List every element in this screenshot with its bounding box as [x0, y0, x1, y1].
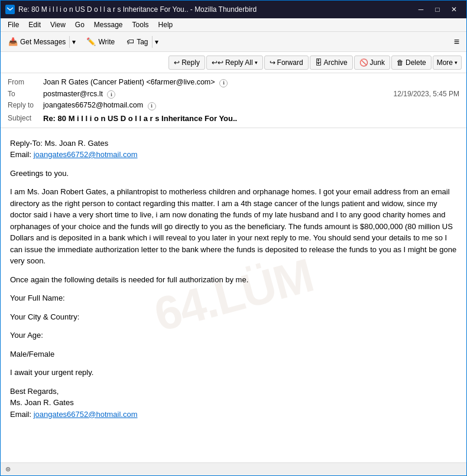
get-messages-dropdown[interactable]: 📥 Get Messages ▾ [4, 35, 79, 48]
forward-button[interactable]: ↪ Forward [264, 56, 309, 70]
subject-row: Subject Re: 80 M i l l i o n US D o l l … [8, 112, 459, 124]
write-icon: ✏️ [86, 37, 96, 46]
hamburger-button[interactable]: ≡ [450, 35, 463, 49]
main-window: Re: 80 M i l l i o n US D o l l a r s In… [0, 0, 467, 476]
delete-button[interactable]: 🗑 Delete [391, 56, 432, 70]
junk-icon: 🚫 [359, 58, 368, 67]
to-contact-icon[interactable]: ℹ [107, 90, 115, 99]
body-paragraph2: Once again the following details is need… [10, 274, 457, 286]
more-arrow: ▾ [455, 60, 458, 66]
get-messages-label: Get Messages [20, 38, 66, 46]
title-bar: Re: 80 M i l l i o n US D o l l a r s In… [1, 1, 466, 18]
tag-dropdown[interactable]: 🏷 Tag ▾ [122, 35, 161, 48]
forward-icon: ↪ [270, 58, 275, 67]
more-button[interactable]: More ▾ [433, 56, 462, 70]
from-address: Joan R Gates (Cancer Patient) <6farmer@l… [43, 78, 215, 86]
menu-file[interactable]: File [3, 19, 24, 30]
maximize-button[interactable]: □ [430, 4, 445, 15]
tag-icon: 🏷 [127, 37, 134, 46]
junk-button[interactable]: 🚫 Junk [354, 56, 390, 70]
subject-label: Subject [8, 114, 43, 122]
email-label: Email: [10, 150, 34, 159]
archive-button[interactable]: 🗄 Archive [310, 56, 353, 70]
archive-icon: 🗄 [315, 58, 322, 67]
reply-to-line: Reply-To: Ms. Joan R. Gates Email: joang… [10, 138, 457, 161]
full-name-field: Your Full Name: [10, 292, 457, 304]
signature-name: Ms. Joan R. Gates [10, 398, 74, 407]
reply-to-address: joangates66752@hotmail.com [43, 101, 143, 109]
from-row: From Joan R Gates (Cancer Patient) <6far… [8, 77, 459, 89]
from-value: Joan R Gates (Cancer Patient) <6farmer@l… [43, 78, 459, 87]
reply-all-icon: ↩↩ [212, 58, 223, 67]
greeting: Greetings to you. [10, 168, 457, 180]
status-icon: ⊛ [5, 465, 11, 473]
write-button[interactable]: ✏️ Write [81, 35, 120, 48]
tag-label: Tag [137, 38, 148, 46]
action-toolbar: ↩ Reply ↩↩ Reply All ▾ ↪ Forward 🗄 Archi… [1, 52, 466, 73]
email-content: Reply-To: Ms. Joan R. Gates Email: joang… [10, 138, 457, 420]
to-row: To postmaster@rcs.lt ℹ 12/19/2023, 5:45 … [8, 89, 459, 100]
write-label: Write [98, 38, 115, 46]
reply-label: Reply [181, 58, 200, 67]
urgent-reply: I await your urgent reply. [10, 367, 457, 379]
junk-label: Junk [370, 58, 385, 67]
reply-to-row: Reply to joangates66752@hotmail.com ℹ [8, 100, 459, 112]
delete-label: Delete [406, 58, 426, 67]
email-header: From Joan R Gates (Cancer Patient) <6far… [1, 73, 466, 128]
window-title: Re: 80 M i l l i o n US D o l l a r s In… [18, 5, 413, 14]
from-label: From [8, 78, 43, 86]
subject-value: Re: 80 M i l l i o n US D o l l a r s In… [43, 114, 459, 123]
to-label: To [8, 90, 43, 98]
age-field: Your Age: [10, 330, 457, 341]
reply-to-contact-icon[interactable]: ℹ [148, 102, 156, 110]
menu-bar: File Edit View Go Message Tools Help [1, 18, 466, 32]
main-toolbar: 📥 Get Messages ▾ ✏️ Write 🏷 Tag ▾ ≡ [1, 32, 466, 52]
tag-arrow[interactable]: ▾ [152, 36, 161, 48]
city-country-field: Your City & Country: [10, 311, 457, 323]
regards: Best Regards, Ms. Joan R. Gates Email: j… [10, 386, 457, 420]
get-messages-icon: 📥 [8, 37, 18, 46]
reply-all-button[interactable]: ↩↩ Reply All ▾ [206, 56, 263, 70]
delete-icon: 🗑 [397, 58, 404, 67]
menu-message[interactable]: Message [89, 19, 128, 30]
email-body: 64.LÜM Reply-To: Ms. Joan R. Gates Email… [1, 128, 466, 463]
to-value: postmaster@rcs.lt ℹ [43, 90, 394, 99]
svg-point-0 [7, 6, 14, 13]
reply-all-label: Reply All [225, 58, 253, 67]
reply-to-label: Reply to [8, 101, 43, 109]
signature-email-link[interactable]: joangates66752@hotmail.com [34, 410, 138, 419]
reply-to-value: joangates66752@hotmail.com ℹ [43, 101, 459, 110]
menu-help[interactable]: Help [154, 19, 178, 30]
forward-label: Forward [277, 58, 303, 67]
from-contact-icon[interactable]: ℹ [219, 79, 228, 87]
minimize-button[interactable]: ─ [413, 4, 429, 15]
get-messages-arrow[interactable]: ▾ [69, 36, 78, 48]
window-controls: ─ □ ✕ [413, 4, 462, 15]
reply-all-arrow[interactable]: ▾ [255, 60, 258, 66]
close-button[interactable]: ✕ [446, 4, 462, 15]
status-bar: ⊛ [1, 462, 466, 475]
signature-email-label: Email: [10, 410, 34, 419]
menu-tools[interactable]: Tools [128, 19, 154, 30]
more-label: More [437, 58, 453, 67]
to-address: postmaster@rcs.lt [43, 90, 103, 98]
reply-button[interactable]: ↩ Reply [168, 56, 205, 70]
gender-field: Male/Female [10, 348, 457, 360]
archive-label: Archive [324, 58, 348, 67]
menu-go[interactable]: Go [70, 19, 89, 30]
body-paragraph1: I am Ms. Joan Robert Gates, a philantrop… [10, 186, 457, 267]
app-icon [5, 5, 15, 14]
menu-edit[interactable]: Edit [24, 19, 46, 30]
menu-view[interactable]: View [46, 19, 70, 30]
header-email-link[interactable]: joangates66752@hotmail.com [34, 150, 138, 159]
email-date: 12/19/2023, 5:45 PM [394, 90, 459, 98]
reply-icon: ↩ [174, 58, 180, 67]
